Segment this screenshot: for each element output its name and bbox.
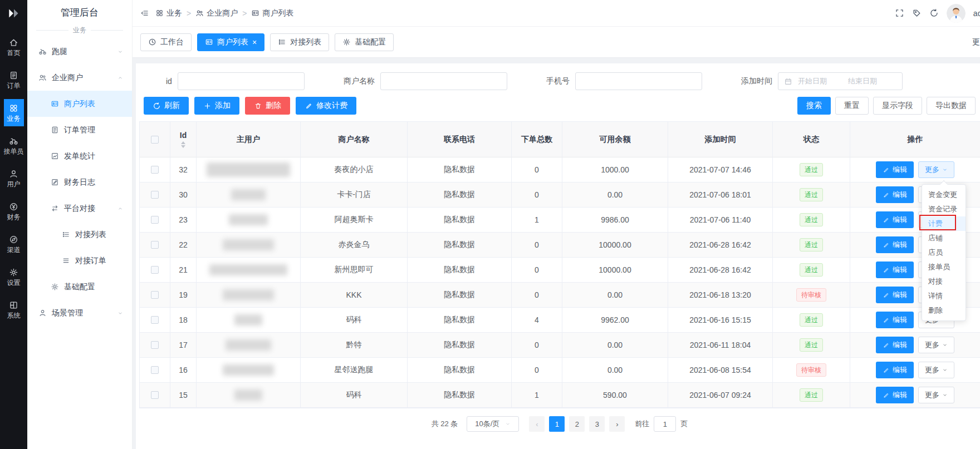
rail-item-courier[interactable]: 接单员: [4, 132, 24, 159]
rail-item-business[interactable]: 业务: [4, 99, 24, 126]
tab-connect-list[interactable]: 对接列表: [270, 33, 329, 51]
more-button[interactable]: 更多: [918, 362, 954, 378]
goto-page-input[interactable]: [654, 416, 676, 432]
edit-button[interactable]: 编辑: [876, 287, 914, 303]
sort-carets-icon[interactable]: [181, 141, 185, 148]
rail-item-channel[interactable]: 渠道: [4, 230, 24, 258]
show-fields-button[interactable]: 显示字段: [873, 97, 922, 115]
dropdown-item-fund-record[interactable]: 资金记录: [922, 202, 966, 216]
column-header-id[interactable]: Id: [170, 122, 197, 157]
row-checkbox[interactable]: [151, 241, 159, 249]
breadcrumb-item-merchant-list[interactable]: 商户列表: [251, 8, 293, 18]
sidebar-item-scene-manage[interactable]: 场景管理: [27, 300, 132, 326]
people-icon: [38, 73, 47, 82]
rail-item-system[interactable]: 系统: [4, 296, 24, 323]
tabs-more-button[interactable]: 更多: [972, 37, 980, 47]
merchant-name-input[interactable]: [380, 72, 507, 90]
skin-icon[interactable]: [912, 8, 922, 18]
row-checkbox[interactable]: [151, 216, 159, 224]
more-button[interactable]: 更多: [918, 337, 954, 353]
page-size-label: 10条/页: [475, 419, 499, 429]
edit-button[interactable]: 编辑: [876, 387, 914, 403]
edit-button[interactable]: 编辑: [876, 211, 914, 228]
sidebar-item-paotui[interactable]: 跑腿: [27, 38, 132, 65]
row-checkbox[interactable]: [151, 316, 159, 324]
sidebar-item-dispatch-stats[interactable]: 发单统计: [27, 143, 132, 169]
cell-id: 30: [170, 182, 197, 208]
row-checkbox[interactable]: [151, 266, 159, 274]
dropdown-item-fund-change[interactable]: 资金变更: [922, 188, 966, 202]
row-checkbox[interactable]: [151, 391, 159, 399]
page-size-select[interactable]: 10条/页: [467, 416, 519, 432]
reset-button[interactable]: 重置: [835, 97, 869, 115]
sidebar-item-enterprise-merchant[interactable]: 企业商户: [27, 65, 132, 91]
sidebar-item-order-manage[interactable]: 订单管理: [27, 117, 132, 143]
page-button-3[interactable]: 3: [589, 416, 605, 432]
status-badge: 待审核: [796, 288, 826, 302]
prev-page-button[interactable]: ‹: [529, 416, 545, 432]
row-checkbox[interactable]: [151, 366, 159, 374]
privacy-data-text: 隐私数据: [444, 340, 475, 350]
cell-contact-phone: 隐私数据: [408, 308, 512, 333]
rail-item-settings[interactable]: 设置: [4, 263, 24, 290]
sidebar-item-connect-list[interactable]: 对接列表: [27, 221, 132, 248]
dropdown-item-connect[interactable]: 对接: [922, 274, 966, 289]
date-range-input[interactable]: 开始日期结束日期: [778, 72, 903, 90]
edit-button[interactable]: 编辑: [876, 236, 914, 253]
user-avatar[interactable]: [947, 4, 966, 23]
rail-item-finance[interactable]: 财务: [4, 198, 24, 225]
delete-button[interactable]: 删除: [245, 97, 290, 115]
toolbar-right-group: 搜索重置显示字段导出数据: [797, 97, 976, 115]
dropdown-item-courier[interactable]: 接单员: [922, 260, 966, 274]
breadcrumb-item-business[interactable]: 业务: [155, 8, 182, 18]
row-checkbox[interactable]: [151, 341, 159, 349]
more-button[interactable]: 更多: [918, 161, 954, 178]
edit-button[interactable]: 编辑: [876, 161, 914, 178]
page-button-1[interactable]: 1: [549, 416, 565, 432]
tab-base-config[interactable]: 基础配置: [335, 33, 394, 51]
phone-input[interactable]: [575, 72, 702, 90]
row-checkbox[interactable]: [151, 166, 159, 174]
more-button[interactable]: 更多: [918, 387, 954, 403]
close-icon[interactable]: ×: [252, 38, 257, 46]
dropdown-item-clerk[interactable]: 店员: [922, 245, 966, 260]
rail-item-orders[interactable]: 订单: [4, 66, 24, 93]
row-checkbox[interactable]: [151, 291, 159, 299]
dropdown-item-billing[interactable]: 计费: [922, 216, 966, 231]
modify-billing-button[interactable]: 修改计费: [296, 97, 356, 115]
search-button[interactable]: 搜索: [797, 97, 831, 115]
breadcrumb-item-enterprise-merchant[interactable]: 企业商户: [195, 8, 238, 18]
add-button[interactable]: 添加: [194, 97, 239, 115]
tab-merchant-list[interactable]: 商户列表×: [197, 33, 264, 51]
refresh-button[interactable]: 刷新: [144, 97, 189, 115]
page-button-2[interactable]: 2: [569, 416, 585, 432]
export-data-button[interactable]: 导出数据: [927, 97, 976, 115]
next-page-button[interactable]: ›: [609, 416, 625, 432]
balance-value: 1000.00: [601, 165, 629, 174]
user-name[interactable]: admin: [973, 9, 980, 18]
dropdown-item-detail[interactable]: 详情: [922, 289, 966, 303]
sidebar-item-platform-connect[interactable]: 平台对接: [27, 195, 132, 221]
id-input[interactable]: [178, 72, 305, 90]
sidebar-item-merchant-list[interactable]: 商户列表: [27, 91, 132, 117]
dropdown-item-shop[interactable]: 店铺: [922, 231, 966, 245]
rail-item-home[interactable]: 首页: [4, 33, 24, 61]
collapse-sidebar-icon[interactable]: [140, 9, 149, 17]
column-header-label: 联系电话: [444, 135, 475, 145]
edit-button[interactable]: 编辑: [876, 312, 914, 328]
rail-item-users[interactable]: 用户: [4, 165, 24, 192]
sidebar-item-finance-log[interactable]: 财务日志: [27, 169, 132, 195]
edit-button[interactable]: 编辑: [876, 337, 914, 353]
edit-button[interactable]: 编辑: [876, 186, 914, 203]
tab-workbench[interactable]: 工作台: [140, 33, 192, 51]
edit-button[interactable]: 编辑: [876, 261, 914, 278]
sidebar-item-connect-orders[interactable]: 对接订单: [27, 248, 132, 274]
sidebar-item-base-config[interactable]: 基础配置: [27, 274, 132, 300]
dropdown-item-delete[interactable]: 删除: [922, 303, 966, 318]
header-checkbox[interactable]: [151, 136, 159, 144]
fullscreen-icon[interactable]: [895, 8, 904, 18]
app-logo-icon[interactable]: [7, 0, 21, 27]
refresh-icon[interactable]: [929, 8, 939, 18]
edit-button[interactable]: 编辑: [876, 362, 914, 378]
row-checkbox[interactable]: [151, 191, 159, 199]
